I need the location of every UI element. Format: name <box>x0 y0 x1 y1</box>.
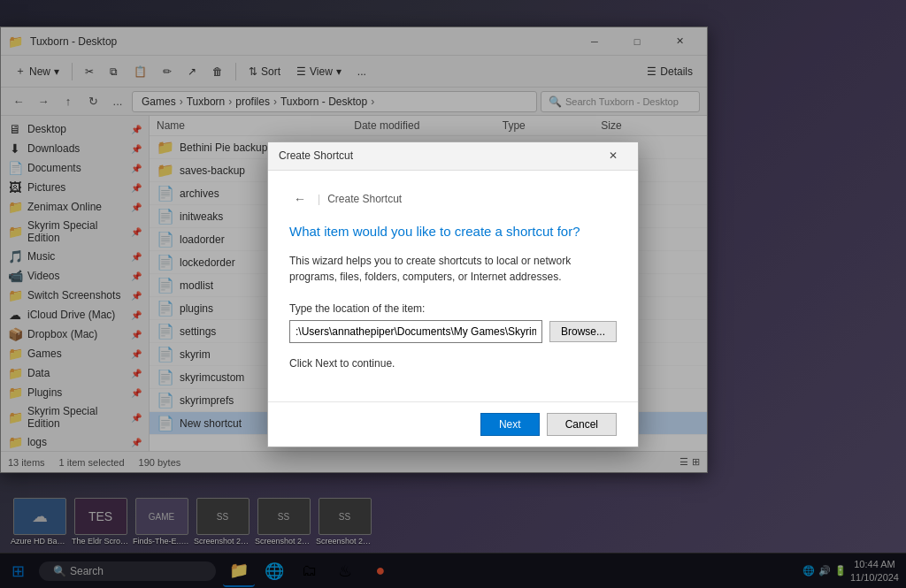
dialog-close-button[interactable]: ✕ <box>599 141 627 170</box>
dialog-wizard-label: Create Shortcut <box>327 193 402 205</box>
next-button[interactable]: Next <box>480 413 540 436</box>
dialog-title: Create Shortcut <box>279 149 599 162</box>
dialog-footer: Next Cancel <box>268 401 638 447</box>
dialog-heading: What item would you like to create a sho… <box>289 224 617 239</box>
dialog-back-button[interactable]: ← <box>289 188 311 210</box>
dialog-body: ← | Create Shortcut What item would you … <box>268 171 638 401</box>
dialog-titlebar: Create Shortcut ✕ <box>268 142 638 171</box>
dialog-nav-sep: | <box>318 193 320 205</box>
dialog-description: This wizard helps you to create shortcut… <box>289 253 617 285</box>
dialog-nav: ← | Create Shortcut <box>289 188 617 210</box>
location-input[interactable] <box>289 320 542 343</box>
dialog-input-row: Browse... <box>289 320 617 343</box>
cancel-button[interactable]: Cancel <box>547 413 617 436</box>
dialog-overlay: Create Shortcut ✕ ← | Create Shortcut Wh… <box>0 0 906 588</box>
create-shortcut-dialog: Create Shortcut ✕ ← | Create Shortcut Wh… <box>267 141 639 447</box>
dialog-continue-text: Click Next to continue. <box>289 357 617 370</box>
browse-button[interactable]: Browse... <box>549 321 617 342</box>
dialog-input-label: Type the location of the item: <box>289 302 617 315</box>
